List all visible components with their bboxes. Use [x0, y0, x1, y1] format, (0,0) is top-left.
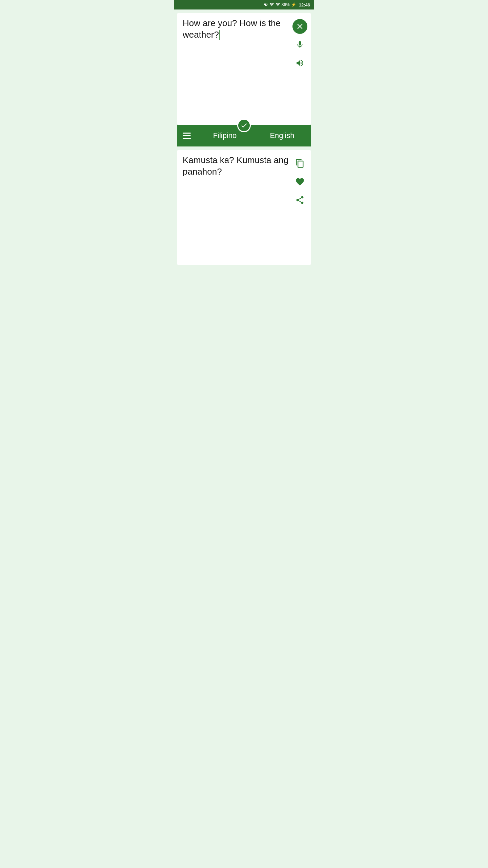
status-icons: 86% ⚡ 12:46: [263, 2, 310, 8]
status-bar: 86% ⚡ 12:46: [174, 0, 314, 9]
status-time: 12:46: [299, 2, 310, 7]
mute-icon: [263, 2, 268, 8]
share-button[interactable]: [292, 193, 307, 208]
swap-languages-button[interactable]: [237, 119, 251, 132]
language-toolbar: Filipino English: [177, 125, 311, 146]
source-text-content: How are you? How is the weather?: [183, 18, 281, 40]
menu-button[interactable]: [177, 125, 196, 146]
battery-text: 86%: [282, 2, 290, 7]
speaker-button[interactable]: [292, 56, 307, 71]
wifi-icon: [269, 2, 274, 8]
hamburger-icon: [183, 133, 191, 139]
copy-button[interactable]: [292, 156, 307, 171]
signal-icon: [276, 2, 280, 8]
clear-button[interactable]: [292, 19, 307, 34]
source-text-input[interactable]: How are you? How is the weather?: [183, 18, 292, 120]
text-cursor: [219, 30, 220, 40]
input-panel: How are you? How is the weather?: [177, 13, 311, 125]
output-panel: Kamusta ka? Kumusta ang panahon?: [177, 150, 311, 265]
battery-icon: ⚡: [291, 2, 296, 7]
output-actions: [292, 155, 307, 260]
microphone-button[interactable]: [292, 37, 307, 52]
target-language[interactable]: English: [253, 131, 311, 140]
input-actions: [292, 18, 307, 120]
favorite-button[interactable]: [292, 174, 307, 189]
source-language[interactable]: Filipino: [196, 131, 253, 140]
translation-text: Kamusta ka? Kumusta ang panahon?: [183, 155, 292, 260]
